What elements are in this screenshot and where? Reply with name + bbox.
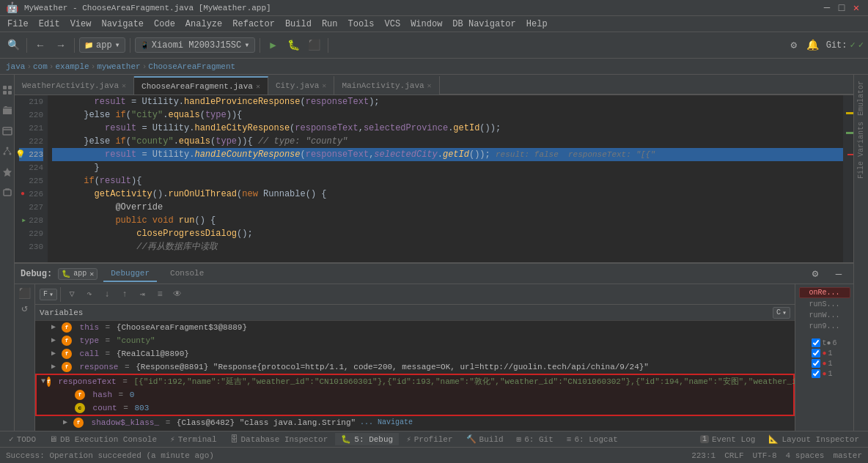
menu-file[interactable]: File	[3, 18, 33, 31]
tab-weather-activity[interactable]: WeatherActivity.java ✕	[15, 76, 134, 95]
menu-vcs[interactable]: VCS	[380, 18, 405, 31]
expand-icon[interactable]: ▼	[41, 375, 45, 388]
frame-dropdown[interactable]: F ▾	[40, 289, 57, 300]
window-controls[interactable]: ─ □ ✕	[821, 2, 862, 14]
toolbar-icon2[interactable]: 🔔	[804, 37, 822, 54]
debug-button[interactable]: 🐛	[285, 37, 303, 54]
emulator-label[interactable]: Emulator	[856, 78, 867, 119]
tab-close-icon[interactable]: ✕	[427, 81, 432, 90]
tool-event-log[interactable]: 1 Event Log	[694, 434, 761, 445]
expand-icon[interactable]: ▶	[51, 334, 60, 347]
watch-btn[interactable]: 👁	[169, 286, 185, 303]
step-over-btn[interactable]: ↷	[81, 286, 98, 303]
status-charset[interactable]: UTF-8	[753, 451, 777, 460]
indicator-check3[interactable]	[812, 359, 820, 368]
breadcrumb-example[interactable]: example	[55, 62, 89, 71]
menu-run[interactable]: Run	[317, 18, 342, 31]
expand-icon[interactable]: ▶	[63, 416, 72, 429]
run-button[interactable]: ▶	[265, 37, 282, 54]
expand-icon[interactable]: ▶	[51, 321, 60, 334]
file-variants-label[interactable]: File Variants	[856, 119, 867, 182]
expand-icon[interactable]: ▶	[51, 347, 60, 360]
filter-btn[interactable]: ▽	[64, 286, 80, 303]
menu-code[interactable]: Code	[150, 18, 180, 31]
indicator-check1[interactable]	[812, 338, 820, 347]
breadcrumb-chooseareafragment[interactable]: ChooseAreaFragment	[148, 62, 235, 71]
menu-analyze[interactable]: Analyze	[181, 18, 227, 31]
var-row-this[interactable]: ▶ f this = {ChooseAreaFragment$3@8889}	[35, 321, 795, 334]
restart-btn[interactable]: ↺	[21, 302, 27, 314]
tab-choose-area-fragment[interactable]: ChooseAreaFragment.java ✕	[134, 76, 268, 95]
line-numbers: 219 220 221 222 💡 223 224 225 ● 226	[15, 95, 48, 262]
tool-todo[interactable]: ✓ TODO	[3, 433, 42, 445]
debug-tab-debugger[interactable]: Debugger	[103, 266, 157, 282]
indicator-check4[interactable]	[812, 369, 820, 378]
expand-icon[interactable]: ▶	[51, 360, 60, 374]
stop-debug-btn[interactable]: ⬛	[18, 287, 31, 300]
run-item-runw[interactable]: runW...	[799, 311, 850, 320]
maximize-button[interactable]: □	[836, 2, 847, 14]
tool-git[interactable]: ⊞ 6: Git	[511, 433, 559, 445]
run-to-cursor-btn[interactable]: ⇥	[134, 286, 150, 303]
debug-tab-console[interactable]: Console	[163, 266, 211, 282]
var-row-count[interactable]: ▶ c count = 803	[37, 401, 793, 415]
var-row-call[interactable]: ▶ f call = {RealCall@8890}	[35, 347, 795, 360]
menu-view[interactable]: View	[66, 18, 96, 31]
var-row-response[interactable]: ▶ f response = {Response@8891} "Response…	[35, 360, 795, 374]
tool-debug[interactable]: 🐛 5: Debug	[335, 433, 399, 445]
sort-dropdown[interactable]: C ▾	[773, 307, 790, 319]
menu-help[interactable]: Help	[522, 18, 552, 31]
status-position[interactable]: 223:1	[691, 451, 716, 460]
status-encoding[interactable]: CRLF	[724, 451, 743, 460]
tab-close-icon[interactable]: ✕	[256, 82, 260, 91]
menu-navigate[interactable]: Navigate	[97, 18, 148, 31]
var-row-type[interactable]: ▶ f type = "county"	[35, 334, 795, 347]
tool-database-inspector[interactable]: 🗄 Database Inspector	[224, 433, 334, 445]
tab-main-activity[interactable]: MainActivity.java ✕	[334, 76, 439, 95]
evaluate-btn[interactable]: ≡	[152, 286, 168, 303]
minimize-button[interactable]: ─	[821, 2, 833, 14]
svg-rect-0	[3, 86, 7, 89]
menu-db-navigator[interactable]: DB Navigator	[448, 18, 520, 31]
menu-tools[interactable]: Tools	[344, 18, 379, 31]
stop-button[interactable]: ⬛	[306, 37, 323, 54]
indicator-check2[interactable]	[812, 349, 820, 358]
navigate-link[interactable]: ... Navigate	[360, 416, 413, 429]
menu-refactor[interactable]: Refactor	[228, 18, 279, 31]
tool-logcat[interactable]: ≡ 6: Logcat	[561, 434, 624, 445]
project-dropdown[interactable]: 📁 app ▾	[79, 37, 125, 53]
var-row-hash[interactable]: ▶ f hash = 0	[37, 388, 793, 401]
debug-app-dropdown[interactable]: 🐛 app ✕	[58, 268, 98, 280]
device-dropdown[interactable]: 📱 Xiaomi M2003J15SC ▾	[135, 37, 255, 53]
menu-edit[interactable]: Edit	[34, 18, 65, 31]
var-row-responsetext[interactable]: ▼ f responseText = [{"id":192,"name":"延吉…	[37, 375, 793, 388]
tool-profiler[interactable]: ⚡ Profiler	[400, 433, 458, 445]
var-row-klass[interactable]: ▶ f shadow$_klass_ = {Class@6482} "class…	[35, 416, 795, 429]
menu-build[interactable]: Build	[281, 18, 316, 31]
run-item-runs[interactable]: runS...	[799, 300, 850, 309]
step-into-btn[interactable]: ↓	[99, 286, 115, 303]
tool-db-execution[interactable]: 🖥 DB Execution Console	[43, 433, 163, 445]
breadcrumb-com[interactable]: com	[33, 62, 48, 71]
tab-city[interactable]: City.java ✕	[268, 76, 334, 95]
debug-close-btn[interactable]: —	[830, 265, 847, 283]
toolbar-search-btn[interactable]: 🔍	[4, 37, 22, 54]
tool-layout-inspector[interactable]: 📐 Layout Inspector	[762, 433, 865, 445]
toolbar-fwd-btn[interactable]: →	[52, 37, 70, 54]
toolbar-back-btn[interactable]: ←	[32, 37, 49, 54]
code-editor[interactable]: 219 220 221 222 💡 223 224 225 ● 226	[15, 95, 853, 262]
menu-window[interactable]: Window	[406, 18, 446, 31]
tab-close-icon[interactable]: ✕	[122, 81, 126, 90]
tab-close-icon[interactable]: ✕	[322, 81, 326, 90]
tool-build[interactable]: 🔨 Build	[460, 433, 510, 445]
breadcrumb-myweather[interactable]: myweather	[97, 62, 140, 71]
step-out-btn[interactable]: ↑	[117, 286, 133, 303]
status-indent[interactable]: 4 spaces	[786, 451, 825, 460]
tool-terminal[interactable]: ⚡ Terminal	[164, 433, 222, 445]
toolbar-icon1[interactable]: ⚙	[785, 37, 803, 54]
run-item-run9[interactable]: run9...	[799, 322, 850, 331]
breadcrumb-java[interactable]: java	[6, 62, 25, 71]
debug-settings-btn[interactable]: ⚙	[806, 265, 824, 283]
close-button[interactable]: ✕	[850, 2, 862, 14]
run-item-onre[interactable]: onRe...	[799, 287, 850, 298]
